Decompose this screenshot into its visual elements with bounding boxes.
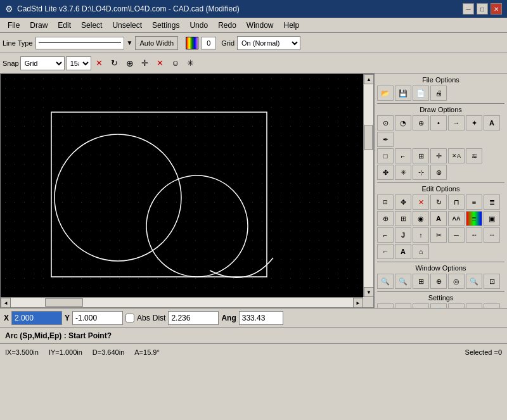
file-export-icon[interactable]: 📄 xyxy=(413,86,429,101)
edit-color-icon[interactable]: ≡ xyxy=(466,211,482,226)
file-print-icon[interactable]: 🖨 xyxy=(430,86,447,101)
zoom-search-icon[interactable]: ⊕ xyxy=(430,274,447,289)
draw-star4-icon[interactable]: ✤ xyxy=(377,165,394,180)
settings-lines-icon[interactable]: ≡ xyxy=(413,303,429,308)
edit-textA-icon[interactable]: A xyxy=(430,211,447,226)
pin-icon[interactable]: ✕ xyxy=(153,56,167,70)
ang-input[interactable] xyxy=(239,311,283,325)
asterisk-icon[interactable]: ✳ xyxy=(184,56,198,70)
x-input[interactable] xyxy=(11,311,62,325)
edit-up-icon[interactable]: ↑ xyxy=(413,227,429,243)
edit-copy-icon[interactable]: ⊕ xyxy=(377,211,394,226)
snap-num-select[interactable]: 15a 30a 45a xyxy=(66,56,91,70)
menu-redo[interactable]: Redo xyxy=(213,20,241,31)
snap-select[interactable]: Grid Free Endpoint xyxy=(20,56,65,70)
edit-dash1-icon[interactable]: ─ xyxy=(448,227,465,243)
draw-corners-icon[interactable]: ⌐ xyxy=(395,148,411,163)
auto-width-button[interactable]: Auto Width xyxy=(135,36,178,50)
horizontal-scrollbar[interactable]: ◄ ► xyxy=(1,297,363,307)
draw-grid-icon[interactable]: ⊞ xyxy=(413,148,429,163)
draw-arrow-right-icon[interactable]: → xyxy=(448,115,465,130)
zoom-out-icon[interactable]: 🔍 xyxy=(377,274,394,289)
zoom-in-icon[interactable]: 🔍 xyxy=(395,274,411,289)
menu-undo[interactable]: Undo xyxy=(184,20,213,31)
scroll-right-button[interactable]: ► xyxy=(353,298,363,308)
color-gradient-box[interactable] xyxy=(186,37,198,49)
edit-lines-icon[interactable]: ≡ xyxy=(466,194,482,210)
menu-draw[interactable]: Draw xyxy=(25,20,53,31)
edit-textAA-icon[interactable]: AA xyxy=(448,211,465,226)
draw-dot-icon[interactable]: • xyxy=(430,115,447,130)
menu-select[interactable]: Select xyxy=(76,20,107,31)
add-circle-icon[interactable]: ⊕ xyxy=(123,56,137,70)
menu-settings[interactable]: Settings xyxy=(147,20,184,31)
menu-unselect[interactable]: Unselect xyxy=(107,20,147,31)
edit-textA2-icon[interactable]: A xyxy=(395,244,411,259)
scroll-track-h[interactable] xyxy=(11,298,353,307)
draw-circle-icon[interactable]: ⊙ xyxy=(377,115,394,130)
edit-move-icon[interactable]: ✥ xyxy=(395,194,411,210)
edit-delete-icon[interactable]: ✕ xyxy=(413,194,429,210)
edit-circle2-icon[interactable]: ◉ xyxy=(413,211,429,226)
draw-misc2-icon[interactable]: ⊗ xyxy=(430,165,447,180)
draw-star-icon[interactable]: ✳ xyxy=(395,165,411,180)
edit-rotate-icon[interactable]: ↻ xyxy=(430,194,447,210)
zoom-pan-icon[interactable]: 🔍 xyxy=(466,274,482,289)
edit-mirror2-icon[interactable]: ≣ xyxy=(484,194,500,210)
drawing-canvas[interactable] xyxy=(1,74,363,297)
grid-select[interactable]: On (Normal) Off On (Fine) xyxy=(237,36,300,50)
vertical-scrollbar[interactable]: ▲ ▼ xyxy=(363,74,373,297)
scroll-down-button[interactable]: ▼ xyxy=(364,287,374,297)
edit-misc1-icon[interactable]: ← xyxy=(377,244,394,259)
settings-doc-icon[interactable]: 📄 xyxy=(430,303,447,308)
menu-edit[interactable]: Edit xyxy=(53,20,76,31)
close-button[interactable]: ✕ xyxy=(491,3,502,15)
y-input[interactable] xyxy=(72,311,123,325)
scroll-left-button[interactable]: ◄ xyxy=(1,298,11,308)
delete-icon[interactable]: ✕ xyxy=(93,56,106,70)
rotate-icon[interactable]: ↻ xyxy=(108,56,122,70)
scroll-thumb-v[interactable] xyxy=(364,125,373,150)
menu-window[interactable]: Window xyxy=(241,20,279,31)
settings-pen-icon[interactable]: ✏ xyxy=(448,303,465,308)
scroll-thumb-h[interactable] xyxy=(45,298,83,307)
edit-corner-icon[interactable]: ⌐ xyxy=(377,227,394,243)
file-save-icon[interactable]: 💾 xyxy=(395,86,411,101)
draw-wave-icon[interactable]: ≋ xyxy=(466,148,482,163)
edit-scissor-icon[interactable]: ✂ xyxy=(430,227,447,243)
color-number[interactable]: 0 xyxy=(201,37,216,49)
canvas-area[interactable]: ▲ ▼ ◄ ► xyxy=(0,73,374,308)
person-icon[interactable]: ☺ xyxy=(169,56,183,70)
maximize-button[interactable]: □ xyxy=(477,3,488,15)
menu-help[interactable]: Help xyxy=(279,20,305,31)
zoom-fit-icon[interactable]: ⊡ xyxy=(484,274,500,289)
linetype-dropdown-icon[interactable]: ▼ xyxy=(127,39,133,46)
zoom-add-icon[interactable]: ⊞ xyxy=(413,274,429,289)
draw-misc1-icon[interactable]: ⊹ xyxy=(413,165,429,180)
draw-spark-icon[interactable]: ✦ xyxy=(466,115,482,130)
edit-dash3-icon[interactable]: ┄ xyxy=(484,227,500,243)
settings-text-icon[interactable]: AA xyxy=(395,303,411,308)
draw-rect-icon[interactable]: □ xyxy=(377,148,394,163)
edit-misc2-icon[interactable]: ⌂ xyxy=(413,244,429,259)
linetype-selector[interactable] xyxy=(35,37,124,49)
settings-image2-icon[interactable]: ▣ xyxy=(484,303,500,308)
edit-mirror-icon[interactable]: ⊓ xyxy=(448,194,465,210)
draw-cross-icon[interactable]: ✛ xyxy=(430,148,447,163)
abs-checkbox[interactable] xyxy=(125,314,134,322)
minimize-button[interactable]: ─ xyxy=(463,3,474,15)
edit-select-icon[interactable]: ⊡ xyxy=(377,194,394,210)
file-open-icon[interactable]: 📂 xyxy=(377,86,394,101)
dist-input[interactable] xyxy=(168,311,219,325)
draw-arc-icon[interactable]: ◔ xyxy=(395,115,411,130)
edit-j-icon[interactable]: J xyxy=(395,227,411,243)
draw-text-a-icon[interactable]: A xyxy=(484,115,500,130)
settings-dots-icon[interactable]: ⋮⋮ xyxy=(466,303,482,308)
draw-pen-icon[interactable]: ✒ xyxy=(377,132,394,147)
zoom-circle-icon[interactable]: ◎ xyxy=(448,274,465,289)
scroll-up-button[interactable]: ▲ xyxy=(364,74,374,84)
draw-xa-icon[interactable]: ✕A xyxy=(448,148,465,163)
crosshair-icon[interactable]: ✛ xyxy=(138,56,152,70)
settings-grid-icon[interactable]: ⊞ xyxy=(377,303,394,308)
scroll-track-v[interactable] xyxy=(364,84,373,287)
